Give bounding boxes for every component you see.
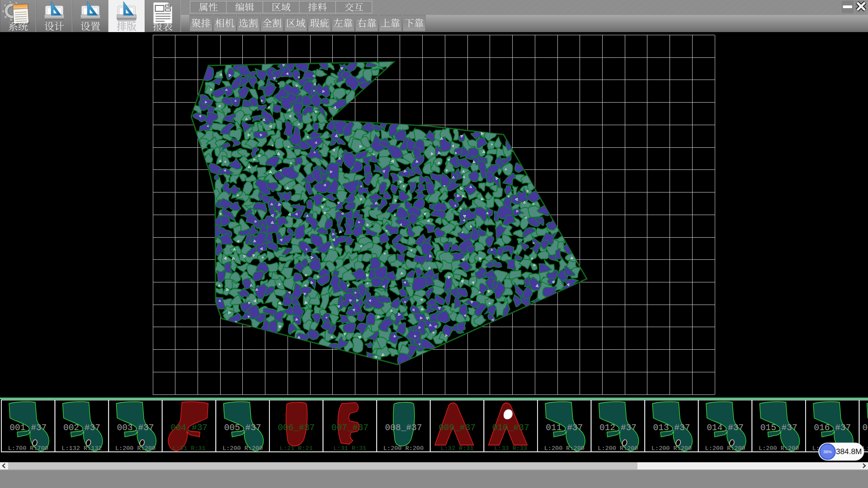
svg-text:012_#37: 012_#37 — [599, 423, 637, 433]
svg-text:009_#37: 009_#37 — [439, 423, 476, 433]
svg-text:007_#37: 007_#37 — [331, 423, 368, 433]
svg-text:L:33 R:33: L:33 R:33 — [494, 445, 527, 452]
svg-text:L:31 R:31: L:31 R:31 — [173, 445, 206, 452]
svg-text:L:200 R:200: L:200 R:200 — [598, 445, 638, 452]
svg-text:008_#37: 008_#37 — [385, 423, 422, 433]
svg-text:006_#37: 006_#37 — [278, 423, 315, 433]
svg-text:L:200 R:200: L:200 R:200 — [651, 445, 692, 452]
svg-text:L:200 R:200: L:200 R:200 — [759, 445, 799, 452]
svg-text:L:200 R:200: L:200 R:200 — [115, 445, 156, 452]
svg-text:011_#37: 011_#37 — [546, 423, 583, 433]
svg-text:002_#37: 002_#37 — [63, 423, 100, 433]
svg-text:L:32 R:31: L:32 R:31 — [441, 445, 474, 452]
svg-text:015_#37: 015_#37 — [760, 423, 797, 433]
svg-text:L:200 R:200: L:200 R:200 — [544, 445, 585, 452]
svg-text:L:132 R:132: L:132 R:132 — [61, 445, 102, 452]
svg-text:003_#37: 003_#37 — [117, 423, 154, 433]
svg-text:013_#37: 013_#37 — [653, 423, 690, 433]
svg-text:L:31 R:31: L:31 R:31 — [333, 445, 366, 452]
svg-text:001_#37: 001_#37 — [9, 423, 47, 433]
svg-text:014_#37: 014_#37 — [707, 423, 744, 433]
svg-text:L:700 R:700: L:700 R:700 — [8, 445, 48, 452]
svg-text:L:200 R:200: L:200 R:200 — [705, 445, 745, 452]
svg-text:38%: 38% — [823, 449, 832, 454]
svg-text:L:200 R:200: L:200 R:200 — [383, 445, 424, 452]
svg-text:384.8M: 384.8M — [836, 447, 862, 456]
svg-text:L:21 R:21: L:21 R:21 — [280, 445, 313, 452]
svg-text:005_#37: 005_#37 — [224, 423, 261, 433]
svg-text:004_#37: 004_#37 — [170, 423, 208, 433]
svg-text:017_#37: 017_#37 — [863, 423, 868, 433]
svg-text:016_#37: 016_#37 — [814, 423, 851, 433]
svg-text:L:200 R:200: L:200 R:200 — [222, 445, 263, 452]
svg-text:010_#37: 010_#37 — [492, 423, 529, 433]
